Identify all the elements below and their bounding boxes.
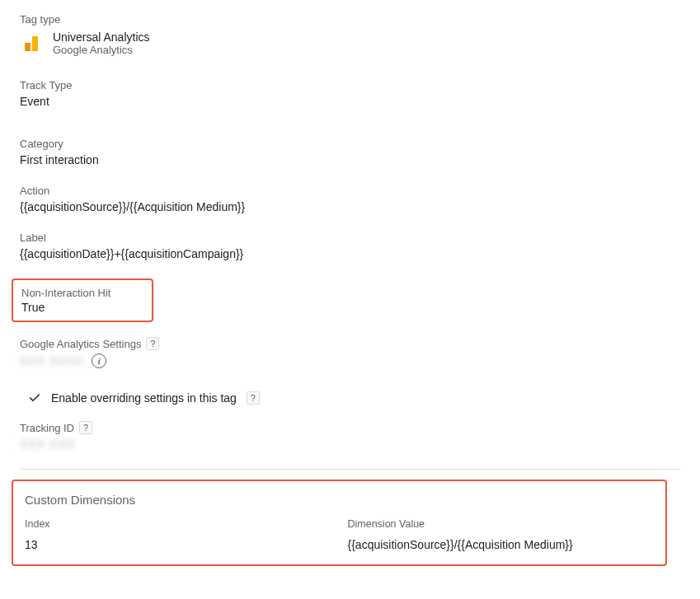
info-icon[interactable]: i [92, 353, 106, 368]
label-label: Label [20, 232, 680, 244]
tracking-id-value-masked: XXX XXX [20, 438, 680, 451]
ga-settings-label: Google Analytics Settings [20, 338, 141, 350]
custom-dimensions-heading: Custom Dimensions [25, 493, 654, 507]
svg-rect-0 [32, 36, 38, 51]
track-type-value: Event [20, 95, 680, 108]
tag-type-section-label: Tag type [20, 13, 680, 26]
label-value: {{acquisitionDate}}+{{acquisitionCampaig… [20, 247, 680, 260]
cd-col-value: Dimension Value [348, 518, 655, 530]
override-settings-row[interactable]: Enable overriding settings in this tag ? [28, 391, 680, 405]
non-interaction-highlight: Non-Interaction Hit True [12, 278, 153, 322]
help-icon[interactable]: ? [247, 391, 260, 405]
override-settings-text: Enable overriding settings in this tag [51, 391, 237, 405]
cd-row-value: {{acquisitionSource}}/{{Acquisition Medi… [348, 538, 655, 551]
help-icon[interactable]: ? [146, 337, 159, 350]
action-label: Action [20, 185, 680, 197]
category-value: First interaction [20, 153, 680, 166]
ga-settings-value-masked: XXX XXXX [20, 354, 83, 367]
custom-dimensions-section: Custom Dimensions Index Dimension Value … [12, 480, 667, 566]
google-analytics-icon [20, 32, 43, 55]
track-type-label: Track Type [20, 79, 680, 91]
action-value: {{acquisitionSource}}/{{Acquisition Medi… [20, 200, 680, 213]
divider [20, 469, 680, 470]
non-interaction-label: Non-Interaction Hit [21, 287, 143, 299]
tracking-id-label: Tracking ID [20, 422, 74, 434]
tag-type-subtitle: Google Analytics [53, 44, 150, 56]
check-icon [28, 391, 41, 405]
tag-type-title: Universal Analytics [53, 30, 150, 44]
category-label: Category [20, 138, 680, 150]
svg-rect-1 [25, 43, 31, 51]
tag-type-row[interactable]: Universal Analytics Google Analytics [20, 30, 680, 56]
cd-row-index: 13 [25, 538, 331, 551]
help-icon[interactable]: ? [79, 421, 92, 434]
cd-col-index: Index [25, 518, 331, 530]
non-interaction-value: True [21, 301, 143, 314]
